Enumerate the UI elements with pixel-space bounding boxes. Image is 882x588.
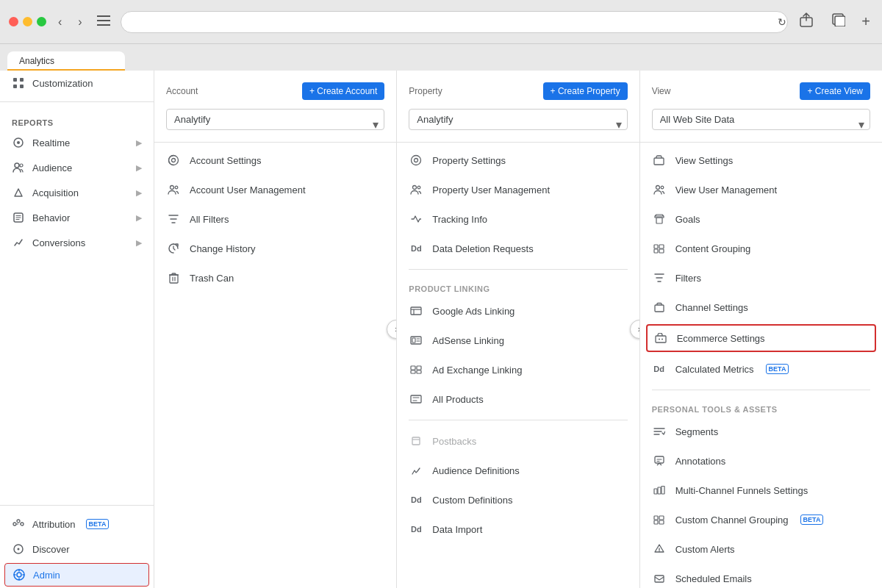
postbacks-icon <box>409 434 423 448</box>
svg-rect-48 <box>655 305 664 312</box>
account-panel-wrapper: Account + Create Account Analytify ▾ Acc… <box>154 71 397 588</box>
trash-can-label: Trash Can <box>190 273 234 284</box>
channel-settings-icon <box>652 300 667 315</box>
sidebar-item-conversions[interactable]: Conversions ▶ <box>0 230 154 255</box>
view-user-mgmt-item[interactable]: View User Management <box>640 175 882 204</box>
realtime-icon <box>12 136 25 149</box>
all-products-item[interactable]: All Products <box>397 384 639 414</box>
calculated-metrics-item[interactable]: Dd Calculated Metrics BETA <box>640 354 882 384</box>
svg-rect-54 <box>658 487 661 494</box>
content-grouping-item[interactable]: Content Grouping <box>640 234 882 263</box>
create-view-button[interactable]: + Create View <box>800 82 870 100</box>
maximize-button[interactable] <box>37 17 46 26</box>
channel-settings-item[interactable]: Channel Settings <box>640 293 882 322</box>
property-user-mgmt-item[interactable]: Property User Management <box>397 175 639 204</box>
url-bar[interactable] <box>121 11 789 33</box>
filters-item[interactable]: Filters <box>640 263 882 293</box>
personal-tools-divider <box>652 390 870 390</box>
account-settings-icon <box>166 153 181 168</box>
view-settings-item[interactable]: View Settings <box>640 146 882 175</box>
content-grouping-label: Content Grouping <box>675 243 751 254</box>
sidebar-item-label-realtime: Realtime <box>32 137 70 148</box>
create-account-button[interactable]: + Create Account <box>302 82 384 100</box>
sidebar-item-behavior[interactable]: Behavior ▶ <box>0 205 154 230</box>
forward-button[interactable]: › <box>74 12 86 32</box>
content-grouping-icon <box>652 241 667 256</box>
expand-icon-realtime: ▶ <box>136 138 142 148</box>
new-window-button[interactable] <box>826 10 851 33</box>
google-ads-item[interactable]: Google Ads Linking <box>397 296 639 326</box>
active-tab[interactable]: Analytics <box>7 51 125 71</box>
expand-icon-conversions: ▶ <box>136 238 142 248</box>
postbacks-label: Postbacks <box>432 436 476 447</box>
data-import-item[interactable]: Dd Data Import <box>397 514 639 544</box>
adsense-item[interactable]: AdSense Linking <box>397 326 639 355</box>
tracking-info-item[interactable]: Tracking Info <box>397 204 639 234</box>
left-sidebar: Customization REPORTS Realtime ▶ Audienc… <box>0 71 154 588</box>
custom-channel-grouping-item[interactable]: Custom Channel Grouping BETA <box>640 505 882 534</box>
sidebar-item-audience[interactable]: Audience ▶ <box>0 155 154 180</box>
ad-exchange-item[interactable]: Ad Exchange Linking <box>397 355 639 384</box>
mcf-settings-item[interactable]: Multi-Channel Funnels Settings <box>640 476 882 505</box>
svg-point-24 <box>171 186 174 190</box>
google-ads-label: Google Ads Linking <box>432 306 514 317</box>
attribution-beta-badge: BETA <box>86 519 110 529</box>
change-history-item[interactable]: Change History <box>154 234 396 263</box>
property-user-mgmt-label: Property User Management <box>432 184 550 196</box>
svg-rect-59 <box>659 520 664 524</box>
sidebar-divider-1 <box>0 101 154 102</box>
account-user-mgmt-item[interactable]: Account User Management <box>154 175 396 204</box>
customization-icon <box>12 76 25 90</box>
data-deletion-item[interactable]: Dd Data Deletion Requests <box>397 234 639 263</box>
sidebar-toggle-button[interactable] <box>94 11 113 32</box>
create-property-button[interactable]: + Create Property <box>543 82 628 100</box>
all-filters-item[interactable]: All Filters <box>154 204 396 234</box>
svg-rect-36 <box>411 370 415 373</box>
ecommerce-settings-icon <box>653 331 668 345</box>
sidebar-item-acquisition[interactable]: Acquisition ▶ <box>0 180 154 205</box>
sidebar-item-admin[interactable]: Admin <box>4 563 149 587</box>
svg-point-17 <box>21 523 24 526</box>
ecommerce-settings-item[interactable]: Ecommerce Settings <box>646 324 876 352</box>
share-button[interactable] <box>794 10 819 34</box>
conversions-icon <box>12 236 25 249</box>
svg-rect-31 <box>411 307 421 315</box>
custom-definitions-item[interactable]: Dd Custom Definitions <box>397 485 639 514</box>
view-select[interactable]: All Web Site Data <box>652 109 870 130</box>
expand-icon-acquisition: ▶ <box>136 188 142 198</box>
sidebar-item-attribution[interactable]: Attribution BETA <box>0 512 154 537</box>
close-button[interactable] <box>9 17 18 26</box>
sidebar-item-customization[interactable]: Customization <box>0 71 154 96</box>
property-settings-item[interactable]: Property Settings <box>397 146 639 175</box>
svg-rect-61 <box>655 576 664 582</box>
svg-rect-46 <box>659 245 664 248</box>
scheduled-emails-item[interactable]: Scheduled Emails <box>640 564 882 588</box>
add-tab-button[interactable]: + <box>858 10 873 33</box>
filters-label: Filters <box>675 273 701 284</box>
minimize-button[interactable] <box>23 17 32 26</box>
sidebar-item-realtime[interactable]: Realtime ▶ <box>0 130 154 155</box>
audience-definitions-item[interactable]: Audience Definitions <box>397 456 639 485</box>
property-user-mgmt-icon <box>409 182 423 197</box>
postbacks-item[interactable]: Postbacks <box>397 426 639 456</box>
segments-item[interactable]: Segments <box>640 417 882 446</box>
sidebar-item-label-audience: Audience <box>32 162 72 173</box>
account-select[interactable]: Analytify <box>166 109 384 130</box>
reload-button[interactable]: ↻ <box>778 16 786 28</box>
annotations-item[interactable]: Annotations <box>640 446 882 476</box>
view-settings-label: View Settings <box>675 155 734 166</box>
sidebar-item-discover[interactable]: Discover <box>0 537 154 562</box>
svg-rect-47 <box>659 249 664 253</box>
property-select[interactable]: Analytify <box>409 109 627 130</box>
back-button[interactable]: ‹ <box>54 12 66 32</box>
segments-icon <box>652 424 667 439</box>
svg-point-28 <box>412 156 421 165</box>
custom-alerts-item[interactable]: Custom Alerts <box>640 534 882 564</box>
trash-can-item[interactable]: Trash Can <box>154 263 396 293</box>
account-select-container: Analytify ▾ <box>154 109 396 139</box>
sidebar-item-label-attribution: Attribution <box>32 519 76 530</box>
view-user-mgmt-label: View User Management <box>675 184 778 196</box>
account-settings-item[interactable]: Account Settings <box>154 146 396 175</box>
goals-item[interactable]: Goals <box>640 204 882 234</box>
product-linking-heading: PRODUCT LINKING <box>397 276 639 296</box>
